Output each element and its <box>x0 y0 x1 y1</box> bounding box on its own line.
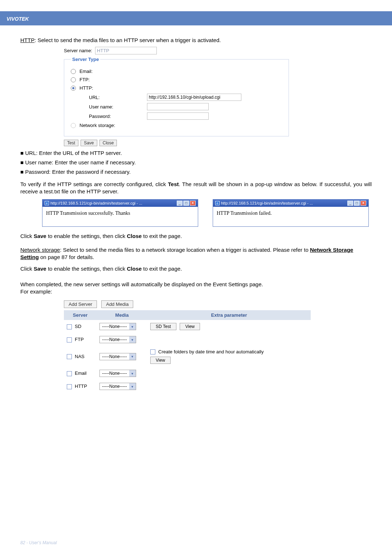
view-button[interactable]: View <box>180 323 200 330</box>
radio-http-label: HTTP: <box>79 85 93 91</box>
popup-success-body: HTTP Transmission successfully. Thanks <box>42 207 198 226</box>
row-http-label: HTTP <box>75 383 87 389</box>
password-input[interactable] <box>147 112 209 120</box>
row-sd-label: SD <box>75 324 81 329</box>
username-label: User name: <box>89 104 147 110</box>
radio-http[interactable] <box>71 86 76 91</box>
table-row: HTTP -----None-----▾ <box>64 380 311 393</box>
create-folders-label: Create folders by date time and hour aut… <box>158 349 264 354</box>
save-instruction-1: Click Save to enable the settings, then … <box>20 233 372 240</box>
media-select-sd[interactable]: -----None-----▾ <box>99 323 136 330</box>
add-server-button[interactable]: Add Server <box>64 300 97 308</box>
checkbox-email[interactable] <box>67 371 72 376</box>
test-button[interactable]: Test <box>64 140 78 146</box>
bullet-username: ■ User name: Enter the user name if nece… <box>20 159 372 165</box>
http-intro-text: : Select to send the media files to an H… <box>34 37 221 43</box>
row-nas-label: NAS <box>75 354 85 359</box>
completed-paragraph: When completed, the new server settings … <box>20 281 372 296</box>
table-row: FTP -----None-----▾ <box>64 333 311 346</box>
table-row: Email -----None-----▾ <box>64 367 311 380</box>
minimize-icon[interactable]: _ <box>347 201 353 206</box>
server-type-legend: Server Type <box>71 57 100 62</box>
th-media: Media <box>97 310 147 320</box>
media-select-ftp[interactable]: -----None-----▾ <box>99 336 136 343</box>
sd-test-button[interactable]: SD Test <box>150 323 176 330</box>
row-ftp-label: FTP <box>75 337 84 342</box>
table-row: SD -----None-----▾ SD Test View <box>64 320 311 333</box>
save-instruction-2: Click Save to enable the settings, then … <box>20 265 372 272</box>
page-footer: 82 - User's Manual <box>20 540 57 545</box>
network-storage-paragraph: Network storage: Select to send the medi… <box>20 246 372 261</box>
save-button[interactable]: Save <box>81 140 97 146</box>
close-icon[interactable]: × <box>190 201 196 206</box>
media-select-nas[interactable]: -----None-----▾ <box>99 353 136 360</box>
th-server: Server <box>64 310 97 320</box>
checkbox-nas[interactable] <box>67 354 72 359</box>
popup-title-text: http://192.168.5.121/cgi-bin/admin/tests… <box>221 201 347 205</box>
maximize-icon[interactable]: □ <box>354 201 360 206</box>
radio-ftp[interactable] <box>71 77 76 82</box>
row-email-label: Email <box>75 370 87 376</box>
popup-title-text: http://192.168.5.121/cgi-bin/admin/tests… <box>50 201 176 205</box>
http-intro: HTTP: Select to send the media files to … <box>20 37 372 43</box>
ie-icon: e <box>45 201 49 205</box>
password-label: Password: <box>89 114 147 119</box>
th-extra: Extra parameter <box>147 310 311 320</box>
chevron-down-icon: ▾ <box>129 336 136 343</box>
url-input[interactable] <box>147 94 241 101</box>
http-intro-prefix: HTTP <box>20 37 34 43</box>
brand-header: VIVOTEK <box>0 12 392 25</box>
radio-email[interactable] <box>71 69 76 74</box>
verify-paragraph: To verify if the HTTP settings are corre… <box>20 181 372 196</box>
checkbox-http[interactable] <box>67 384 72 389</box>
media-select-http[interactable]: -----None-----▾ <box>99 383 136 390</box>
checkbox-create-folders[interactable] <box>150 349 155 354</box>
chevron-down-icon: ▾ <box>129 323 136 330</box>
add-media-button[interactable]: Add Media <box>101 300 133 308</box>
close-button[interactable]: Close <box>99 140 117 146</box>
bullet-password: ■ Password: Enter the password if necess… <box>20 169 372 175</box>
popup-fail: e http://192.168.5.121/cgi-bin/admin/tes… <box>213 199 369 227</box>
url-label: URL: <box>89 95 147 100</box>
chevron-down-icon: ▾ <box>129 353 136 360</box>
server-type-fieldset: Server Type Email: FTP: HTTP: URL: <box>64 57 289 136</box>
radio-network-storage[interactable] <box>71 123 76 128</box>
radio-network-storage-label: Network storage: <box>79 123 115 128</box>
checkbox-sd[interactable] <box>67 324 72 329</box>
bullet-url: ■ URL: Enter the URL of the HTTP server. <box>20 150 372 156</box>
ie-icon: e <box>215 201 220 205</box>
close-icon[interactable]: × <box>360 201 366 206</box>
chevron-down-icon: ▾ <box>129 383 136 390</box>
view-button-nas[interactable]: View <box>150 357 171 364</box>
event-table: Server Media Extra parameter SD -----Non… <box>64 310 311 393</box>
server-name-label: Server name: <box>64 48 92 53</box>
chevron-down-icon: ▾ <box>129 370 136 377</box>
server-name-input[interactable] <box>95 47 157 54</box>
popup-success: e http://192.168.5.121/cgi-bin/admin/tes… <box>42 199 198 227</box>
username-input[interactable] <box>147 103 209 110</box>
table-row: NAS -----None-----▾ Create folders by da… <box>64 346 311 367</box>
media-select-email[interactable]: -----None-----▾ <box>99 370 136 377</box>
minimize-icon[interactable]: _ <box>177 201 183 206</box>
radio-ftp-label: FTP: <box>79 77 90 82</box>
checkbox-ftp[interactable] <box>67 337 72 342</box>
maximize-icon[interactable]: □ <box>183 201 189 206</box>
popup-fail-body: HTTP Transmission failed. <box>213 207 368 226</box>
radio-email-label: Email: <box>79 69 93 74</box>
